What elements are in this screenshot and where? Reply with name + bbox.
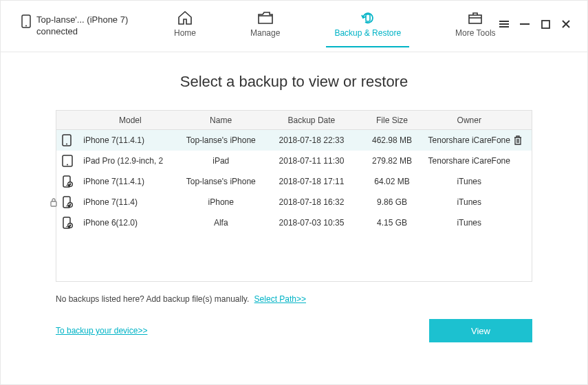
table-row[interactable]: iPad Pro (12.9-inch, 2iPad2018-07-11 11:…: [56, 151, 532, 171]
svg-point-12: [67, 164, 68, 166]
table-header: Model Name Backup Date File Size Owner: [56, 111, 532, 130]
table-body: iPhone 7(11.4.1)Top-lanse's iPhone2018-0…: [56, 130, 532, 233]
svg-rect-2: [366, 14, 370, 21]
window-controls: [498, 18, 572, 30]
svg-point-21: [66, 226, 67, 228]
titlebar: Top-lanse'... (iPhone 7) connected Home …: [1, 1, 587, 52]
cell-model: iPhone 7(11.4): [83, 197, 177, 207]
col-owner: Owner: [426, 116, 513, 125]
svg-rect-6: [499, 26, 509, 28]
delete-icon[interactable]: [513, 135, 532, 146]
select-path-link[interactable]: Select Path>>: [254, 294, 306, 304]
lock-icon: [56, 197, 58, 207]
cell-name: iPhone: [177, 197, 265, 207]
svg-point-19: [67, 202, 73, 208]
svg-rect-4: [499, 21, 509, 22]
table-row[interactable]: iPhone 7(11.4)iPhone2018-07-18 16:329.86…: [56, 192, 532, 212]
home-icon: [177, 10, 193, 25]
cell-date: 2018-07-18 17:11: [265, 177, 359, 186]
tab-manage[interactable]: Manage: [242, 5, 288, 47]
cell-date: 2018-07-18 16:32: [265, 197, 359, 207]
tablet-icon: [62, 155, 73, 167]
col-date: Backup Date: [265, 116, 359, 125]
col-model: Model: [83, 116, 177, 125]
cell-model: iPad Pro (12.9-inch, 2: [83, 156, 177, 166]
svg-rect-3: [469, 15, 481, 23]
phone-sync-icon: [62, 196, 73, 208]
svg-rect-7: [520, 23, 530, 25]
device-status: connected: [36, 26, 128, 38]
phone-icon: [62, 134, 72, 146]
table-row[interactable]: iPhone 6(12.0)Alfa2018-07-03 10:354.15 G…: [56, 212, 532, 233]
cell-owner: iTunes: [426, 177, 513, 186]
col-size: File Size: [358, 116, 426, 125]
col-name: Name: [177, 116, 265, 125]
cell-date: 2018-07-11 11:30: [265, 156, 359, 166]
tab-home[interactable]: Home: [166, 5, 204, 47]
svg-point-18: [66, 206, 67, 207]
device-info: Top-lanse'... (iPhone 7) connected: [21, 14, 166, 38]
view-button[interactable]: View: [429, 319, 532, 342]
manual-text: No backups listed here? Add backup file(…: [56, 294, 249, 304]
tab-more-tools-label: More Tools: [455, 28, 495, 38]
to-backup-link[interactable]: To backup your device>>: [56, 326, 147, 336]
folder-icon: [257, 10, 274, 25]
svg-point-10: [66, 144, 67, 145]
cell-date: 2018-07-03 10:35: [265, 218, 359, 228]
tab-backup-restore[interactable]: Backup & Restore: [326, 5, 409, 47]
maximize-icon[interactable]: [539, 18, 552, 30]
backup-restore-icon: [359, 10, 377, 25]
cell-name: Top-lanse's iPhone: [177, 177, 265, 186]
footer-manual: No backups listed here? Add backup file(…: [56, 294, 532, 304]
menu-icon[interactable]: [498, 18, 510, 30]
cell-owner: Tenorshare iCareFone: [426, 135, 513, 145]
cell-size: 64.02 MB: [358, 177, 426, 186]
cell-date: 2018-07-18 22:33: [265, 135, 359, 145]
toolbox-icon: [467, 10, 483, 25]
minimize-icon[interactable]: [519, 18, 531, 30]
svg-point-22: [67, 223, 73, 228]
cell-owner: iTunes: [426, 218, 513, 228]
tab-home-label: Home: [174, 28, 196, 38]
svg-rect-5: [499, 23, 509, 25]
close-icon[interactable]: [560, 18, 572, 30]
table-row[interactable]: iPhone 7(11.4.1)Top-lanse's iPhone2018-0…: [56, 130, 532, 151]
cell-model: iPhone 7(11.4.1): [83, 135, 177, 145]
content: Select a backup to view or restore Model…: [1, 52, 587, 356]
cell-name: Alfa: [177, 218, 265, 228]
cell-model: iPhone 6(12.0): [83, 218, 177, 228]
cell-size: 462.98 MB: [358, 135, 426, 145]
phone-sync-icon: [62, 217, 73, 229]
svg-rect-16: [56, 201, 56, 206]
device-icon: [21, 14, 31, 28]
cell-model: iPhone 7(11.4.1): [83, 177, 177, 186]
cell-owner: iTunes: [426, 197, 513, 207]
tab-manage-label: Manage: [250, 28, 280, 38]
svg-rect-8: [542, 21, 549, 28]
table-row[interactable]: iPhone 7(11.4.1)Top-lanse's iPhone2018-0…: [56, 171, 532, 192]
cell-size: 279.82 MB: [358, 156, 426, 166]
backup-table: Model Name Backup Date File Size Owner i…: [56, 110, 532, 282]
cell-owner: Tenorshare iCareFone: [426, 156, 513, 166]
cell-size: 9.86 GB: [358, 197, 426, 207]
svg-point-14: [66, 185, 67, 186]
cell-name: Top-lanse's iPhone: [177, 135, 265, 145]
cell-size: 4.15 GB: [358, 218, 426, 228]
svg-point-15: [67, 182, 73, 187]
page-title: Select a backup to view or restore: [56, 73, 532, 91]
tab-backup-restore-label: Backup & Restore: [334, 28, 401, 38]
tab-more-tools[interactable]: More Tools: [447, 5, 503, 47]
cell-name: iPad: [177, 156, 265, 166]
svg-point-1: [25, 25, 27, 27]
phone-sync-icon: [62, 175, 73, 188]
device-name: Top-lanse'... (iPhone 7): [36, 14, 128, 26]
